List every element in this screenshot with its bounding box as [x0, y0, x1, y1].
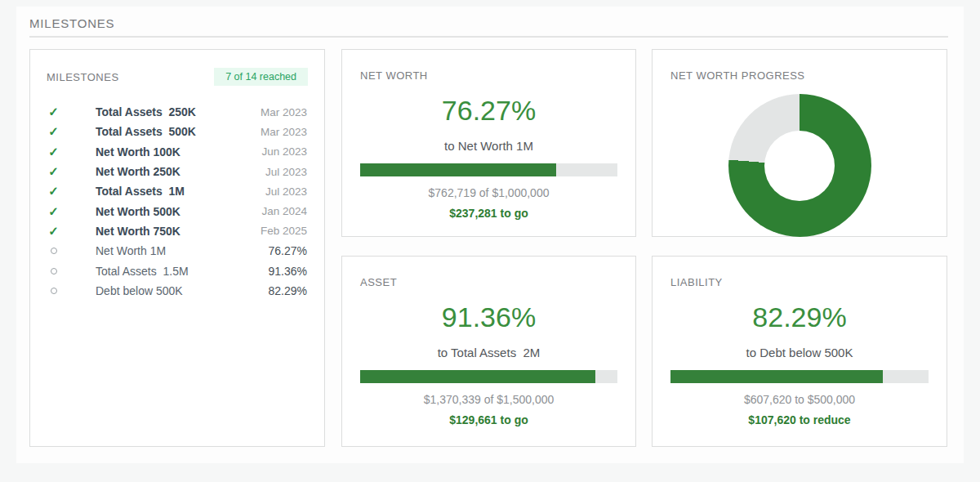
check-icon: ✓ — [48, 184, 59, 199]
milestone-label: Total Assets 500K — [96, 125, 196, 138]
milestone-value: Mar 2023 — [261, 106, 307, 118]
check-icon: ✓ — [48, 124, 59, 139]
net-worth-subtitle: to Net Worth 1M — [342, 139, 635, 153]
net-worth-remaining: $237,281 to go — [342, 207, 635, 220]
milestone-label: Total Assets 1M — [96, 185, 185, 198]
milestone-row: ✓Total Assets 250KMar 2023 — [30, 102, 324, 122]
check-icon: ✓ — [48, 164, 59, 179]
net-worth-progress-fill — [360, 163, 556, 176]
net-worth-amounts: $762,719 of $1,000,000 — [342, 186, 635, 199]
milestone-value: 82.29% — [269, 284, 307, 297]
check-icon: ✓ — [48, 105, 59, 119]
asset-card-title: ASSET — [342, 257, 635, 288]
milestone-row: ✓Net Worth 100KJun 2023 — [30, 142, 324, 162]
net-worth-percent: 76.27% — [342, 95, 635, 127]
header-divider — [29, 36, 948, 38]
net-worth-donut-chart — [728, 94, 871, 237]
asset-card: ASSET 91.36% to Total Assets 2M $1,370,3… — [341, 256, 636, 447]
asset-progress-fill — [360, 370, 595, 383]
milestones-card-title: MILESTONES — [47, 71, 119, 83]
milestone-row: Debt below 500K82.29% — [30, 281, 324, 301]
liability-percent: 82.29% — [653, 301, 947, 333]
milestone-row: ✓Total Assets 1MJul 2023 — [30, 181, 324, 201]
milestone-label: Total Assets 250K — [96, 105, 196, 118]
check-icon: ✓ — [48, 204, 59, 219]
milestones-reached-badge: 7 of 14 reached — [214, 68, 308, 86]
net-worth-card-title: NET WORTH — [342, 50, 635, 82]
circle-icon — [48, 268, 59, 274]
liability-amounts: $607,620 to $500,000 — [653, 393, 947, 406]
milestone-label: Total Assets 1.5M — [96, 265, 189, 278]
milestone-row: ✓Net Worth 250KJul 2023 — [30, 162, 324, 181]
milestone-row: Net Worth 1M76.27% — [30, 241, 324, 261]
milestone-row: Total Assets 1.5M91.36% — [30, 261, 324, 280]
donut-chart-wrap — [653, 94, 947, 237]
asset-amounts: $1,370,339 of $1,500,000 — [342, 393, 635, 406]
liability-card: LIABILITY 82.29% to Debt below 500K $607… — [652, 256, 947, 447]
milestone-value: Jul 2023 — [265, 185, 307, 198]
circle-icon — [48, 248, 59, 254]
milestone-value: Mar 2023 — [261, 126, 307, 138]
net-worth-progress-card: NET WORTH PROGRESS — [652, 49, 947, 237]
milestone-row: ✓Net Worth 750KFeb 2025 — [30, 221, 324, 241]
milestone-value: 76.27% — [269, 244, 307, 257]
milestone-label: Net Worth 750K — [96, 225, 180, 238]
liability-progress-fill — [670, 370, 883, 383]
milestones-card-header: MILESTONES 7 of 14 reached — [30, 50, 324, 86]
net-worth-progress-title: NET WORTH PROGRESS — [653, 50, 947, 82]
milestone-value: Jul 2023 — [265, 166, 307, 178]
check-icon: ✓ — [48, 224, 59, 239]
milestone-row: ✓Net Worth 500KJan 2024 — [30, 201, 324, 221]
main-content: MILESTONES MILESTONES 7 of 14 reached ✓T… — [16, 7, 964, 463]
circle-icon — [48, 288, 59, 294]
check-icon: ✓ — [48, 145, 59, 159]
liability-remaining: $107,620 to reduce — [653, 413, 947, 426]
liability-progress-bar — [670, 370, 929, 383]
milestone-row: ✓Total Assets 500KMar 2023 — [30, 122, 324, 141]
milestone-value: Jun 2023 — [261, 145, 307, 158]
liability-subtitle: to Debt below 500K — [653, 346, 947, 359]
milestone-value: 91.36% — [269, 265, 307, 278]
liability-card-title: LIABILITY — [653, 257, 947, 288]
page-title: MILESTONES — [29, 16, 114, 30]
asset-progress-bar — [360, 370, 617, 383]
milestone-label: Net Worth 500K — [96, 205, 180, 218]
net-worth-card: NET WORTH 76.27% to Net Worth 1M $762,71… — [341, 49, 636, 237]
milestone-list: ✓Total Assets 250KMar 2023✓Total Assets … — [30, 102, 324, 301]
milestone-label: Net Worth 250K — [96, 165, 180, 178]
asset-percent: 91.36% — [342, 301, 635, 333]
milestone-label: Net Worth 1M — [96, 244, 166, 257]
asset-subtitle: to Total Assets 2M — [342, 346, 635, 359]
milestone-label: Net Worth 100K — [96, 145, 180, 158]
milestone-label: Debt below 500K — [96, 284, 183, 297]
milestones-card: MILESTONES 7 of 14 reached ✓Total Assets… — [29, 49, 325, 447]
net-worth-progress-bar — [360, 163, 617, 176]
milestone-value: Jan 2024 — [261, 205, 307, 217]
milestone-value: Feb 2025 — [261, 225, 307, 237]
asset-remaining: $129,661 to go — [342, 413, 635, 426]
